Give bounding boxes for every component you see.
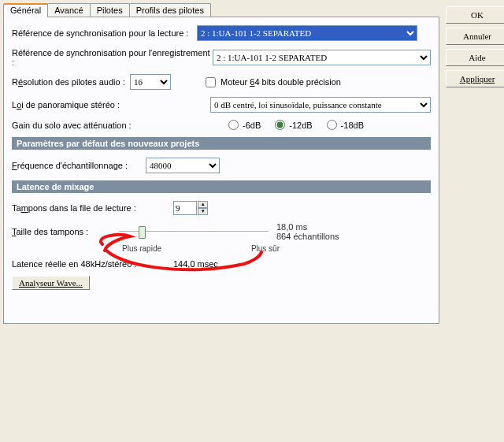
latency-info: 18,0 ms 864 échantillons	[276, 222, 339, 241]
section-defaults: Paramètres par défaut des nouveaux proje…	[12, 137, 431, 150]
label-safer: Plus sûr	[251, 244, 280, 253]
cancel-button[interactable]: Annuler	[446, 28, 504, 45]
engine64-input[interactable]	[206, 77, 216, 87]
label-real-latency: Latence réelle en 48kHz/stéréo :	[12, 259, 173, 269]
buffer-size-slider[interactable]	[119, 225, 269, 239]
tab-profiles[interactable]: Profils des pilotes	[129, 3, 211, 17]
label-rec-sync: Référence de synchronisation pour l'enre…	[12, 48, 213, 67]
label-sample-rate: Fréquence d'échantillonnage :	[12, 161, 146, 170]
radio-6db[interactable]: -6dB	[228, 120, 261, 130]
buffers-spin-down[interactable]: ▾	[198, 208, 208, 215]
engine64-checkbox[interactable]: Moteur 64 bits double précision	[206, 77, 341, 87]
label-buffer-size: Taille des tampons :	[12, 227, 114, 236]
label-play-sync: Référence de synchronisation pour la lec…	[12, 28, 197, 38]
label-solo-gain: Gain du solo avec atténuation :	[12, 121, 197, 130]
label-faster: Plus rapide	[122, 244, 161, 253]
ok-button[interactable]: OK	[446, 6, 504, 24]
label-pan-law: Loi de panoramique stéréo :	[12, 100, 197, 110]
help-button[interactable]: Aide	[446, 49, 504, 66]
tab-general[interactable]: Général	[3, 3, 48, 17]
rec-sync-select[interactable]: 2 : 1:UA-101 1-2 SEPARATED	[213, 50, 431, 65]
section-latency: Latence de mixage	[12, 180, 431, 193]
apply-button[interactable]: Appliquer	[446, 70, 504, 87]
label-resolution: Résolution des pilotes audio :	[12, 77, 130, 87]
play-sync-select[interactable]: 2 : 1:UA-101 1-2 SEPARATED	[197, 25, 417, 41]
wave-analyzer-button[interactable]: Analyseur Wave...	[12, 276, 90, 290]
buffers-spin-up[interactable]: ▴	[198, 201, 208, 208]
general-panel: Référence de synchronisation pour la lec…	[3, 17, 439, 324]
slider-thumb[interactable]	[139, 226, 146, 239]
label-buffers: Tampons dans la file de lecture :	[12, 203, 173, 213]
radio-12db[interactable]: -12dB	[275, 120, 312, 130]
tab-drivers[interactable]: Pilotes	[90, 3, 130, 17]
engine64-label: Moteur 64 bits double précision	[220, 77, 341, 87]
pan-law-select[interactable]: 0 dB centré, loi sinusoïdale, puissance …	[210, 97, 431, 113]
real-latency-value: 144,0 msec	[173, 259, 218, 269]
buffers-input[interactable]	[173, 201, 197, 215]
tab-advanced[interactable]: Avancé	[47, 3, 91, 17]
radio-18db[interactable]: -18dB	[327, 120, 364, 130]
resolution-select[interactable]: 16	[130, 74, 171, 90]
sample-rate-select[interactable]: 48000	[146, 158, 220, 173]
